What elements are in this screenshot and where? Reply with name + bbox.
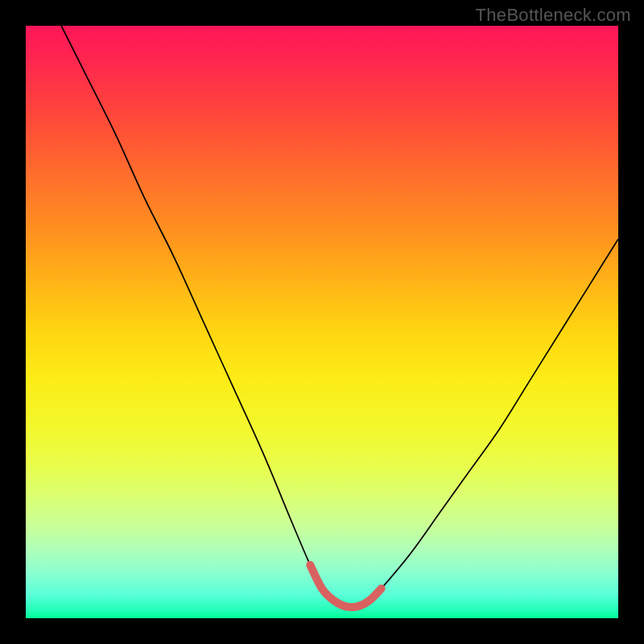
chart-plot-area <box>26 26 618 618</box>
optimal-zone-line <box>310 565 381 608</box>
chart-lines <box>26 26 618 618</box>
watermark-text: TheBottleneck.com <box>476 5 631 26</box>
bottleneck-curve-line <box>61 26 618 607</box>
